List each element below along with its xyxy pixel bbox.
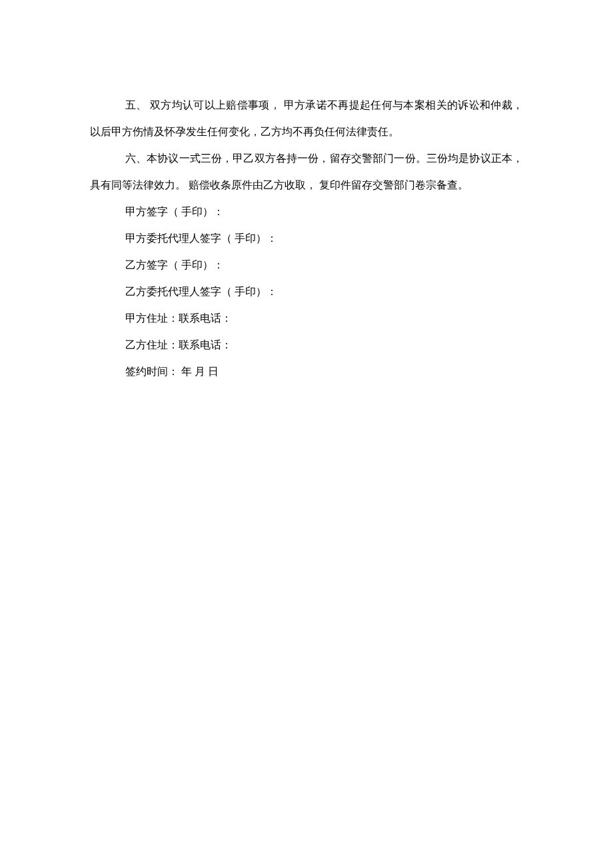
clause-six: 六、本协议一式三份，甲乙双方各持一份，留存交警部门一份。三份均是协议正本， 具有… [90, 145, 523, 199]
party-b-address-phone: 乙方住址：联系电话： [90, 332, 523, 358]
party-b-signature: 乙方签字（ 手印）： [90, 252, 523, 278]
party-a-address-phone: 甲方住址：联系电话： [90, 305, 523, 332]
party-b-agent-signature: 乙方委托代理人签字（ 手印）： [90, 278, 523, 305]
signing-date: 签约时间： 年 月 日 [90, 358, 523, 385]
party-a-agent-signature: 甲方委托代理人签字（ 手印）： [90, 225, 523, 252]
clause-five: 五、 双方均认可以上赔偿事项， 甲方承诺不再提起任何与本案相关的诉讼和仲裁，以后… [90, 92, 523, 145]
party-a-signature: 甲方签字（ 手印）： [90, 199, 523, 225]
